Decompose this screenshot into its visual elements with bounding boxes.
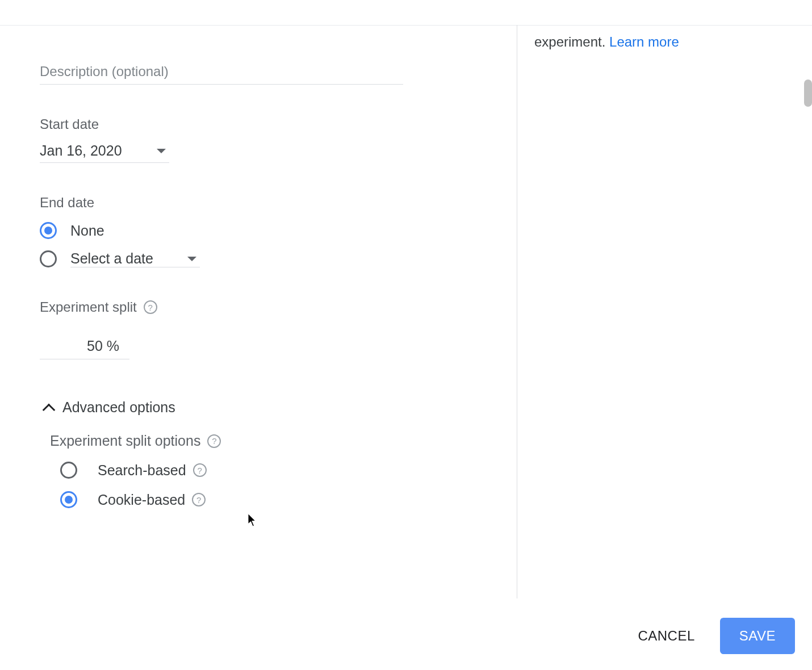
- cookie-based-radio[interactable]: [60, 491, 77, 508]
- start-date-field-group: Start date Jan 16, 2020: [40, 116, 505, 163]
- start-date-select[interactable]: Jan 16, 2020: [40, 139, 169, 163]
- advanced-options-toggle[interactable]: Advanced options: [44, 399, 505, 416]
- form-panel: Start date Jan 16, 2020 End date None Se…: [40, 25, 505, 521]
- radio-selected-icon: [65, 496, 73, 504]
- search-based-label: Search-based: [98, 462, 186, 479]
- description-input[interactable]: [40, 59, 403, 85]
- advanced-options-section: Experiment split options ? Search-based …: [50, 433, 505, 508]
- right-help-panel: experiment. Learn more: [517, 25, 789, 598]
- scrollbar-thumb[interactable]: [804, 79, 812, 107]
- help-icon[interactable]: ?: [207, 434, 221, 448]
- end-date-date-select[interactable]: Select a date: [70, 250, 200, 267]
- learn-more-link[interactable]: Learn more: [609, 34, 679, 49]
- help-icon[interactable]: ?: [192, 493, 206, 506]
- cookie-based-label: Cookie-based: [98, 492, 185, 508]
- chevron-up-icon: [43, 403, 56, 416]
- advanced-options-label: Advanced options: [62, 399, 175, 416]
- help-panel-text: experiment.: [534, 34, 605, 49]
- end-date-none-row: None: [40, 222, 505, 239]
- end-date-select-radio[interactable]: [40, 250, 57, 267]
- description-field-group: [40, 59, 505, 85]
- help-icon[interactable]: ?: [193, 463, 207, 477]
- end-date-none-radio[interactable]: [40, 222, 57, 239]
- experiment-split-field-group: Experiment split ?: [40, 299, 505, 359]
- experiment-split-input[interactable]: [40, 333, 129, 359]
- chevron-down-icon: [187, 257, 196, 261]
- chevron-down-icon: [157, 149, 166, 153]
- search-based-row: Search-based ?: [60, 462, 505, 479]
- split-options-label: Experiment split options: [50, 433, 200, 449]
- cookie-based-row: Cookie-based ?: [60, 491, 505, 508]
- cancel-button[interactable]: CANCEL: [633, 620, 699, 652]
- end-date-select-row: Select a date: [40, 250, 505, 267]
- start-date-label: Start date: [40, 116, 505, 132]
- radio-selected-icon: [44, 227, 52, 235]
- footer-actions: CANCEL SAVE: [616, 602, 812, 670]
- end-date-select-label: Select a date: [70, 250, 187, 267]
- help-icon[interactable]: ?: [144, 300, 157, 314]
- end-date-none-label: None: [70, 223, 104, 239]
- search-based-radio[interactable]: [60, 462, 77, 479]
- start-date-value: Jan 16, 2020: [40, 143, 157, 159]
- experiment-split-label: Experiment split: [40, 299, 137, 315]
- end-date-field-group: End date None Select a date: [40, 195, 505, 267]
- end-date-label: End date: [40, 195, 505, 211]
- save-button[interactable]: SAVE: [720, 618, 795, 654]
